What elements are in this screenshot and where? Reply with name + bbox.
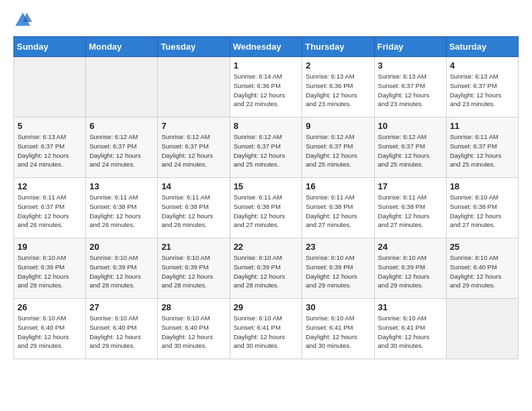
day-cell: 1Sunrise: 6:14 AM Sunset: 6:36 PM Daylig…: [230, 57, 302, 118]
day-info: Sunrise: 6:10 AM Sunset: 6:39 PM Dayligh…: [161, 253, 226, 290]
day-cell: [446, 299, 518, 359]
day-number: 31: [378, 302, 443, 312]
day-info: Sunrise: 6:10 AM Sunset: 6:38 PM Dayligh…: [450, 193, 515, 230]
logo: [13, 11, 34, 30]
week-row-1: 1Sunrise: 6:14 AM Sunset: 6:36 PM Daylig…: [14, 57, 519, 118]
day-number: 1: [234, 60, 299, 71]
weekday-header-row: SundayMondayTuesdayWednesdayThursdayFrid…: [14, 37, 519, 57]
week-row-3: 12Sunrise: 6:11 AM Sunset: 6:37 PM Dayli…: [14, 178, 519, 238]
day-number: 11: [450, 121, 515, 131]
day-info: Sunrise: 6:13 AM Sunset: 6:37 PM Dayligh…: [378, 72, 443, 109]
day-info: Sunrise: 6:12 AM Sunset: 6:37 PM Dayligh…: [161, 132, 226, 169]
week-row-2: 5Sunrise: 6:13 AM Sunset: 6:37 PM Daylig…: [14, 118, 519, 178]
day-info: Sunrise: 6:10 AM Sunset: 6:40 PM Dayligh…: [161, 314, 226, 351]
weekday-header-friday: Friday: [374, 37, 446, 57]
day-number: 30: [306, 302, 370, 312]
weekday-header-monday: Monday: [86, 37, 158, 57]
day-info: Sunrise: 6:11 AM Sunset: 6:37 PM Dayligh…: [450, 132, 515, 169]
day-number: 5: [17, 121, 82, 131]
day-number: 29: [234, 302, 299, 312]
day-info: Sunrise: 6:11 AM Sunset: 6:38 PM Dayligh…: [89, 193, 154, 230]
day-info: Sunrise: 6:10 AM Sunset: 6:39 PM Dayligh…: [17, 253, 82, 290]
day-cell: 18Sunrise: 6:10 AM Sunset: 6:38 PM Dayli…: [446, 178, 518, 238]
day-number: 6: [89, 121, 154, 131]
day-cell: 26Sunrise: 6:10 AM Sunset: 6:40 PM Dayli…: [14, 299, 86, 359]
weekday-header-saturday: Saturday: [446, 37, 518, 57]
day-number: 21: [161, 242, 226, 252]
day-cell: 22Sunrise: 6:10 AM Sunset: 6:39 PM Dayli…: [230, 238, 302, 299]
day-cell: 13Sunrise: 6:11 AM Sunset: 6:38 PM Dayli…: [86, 178, 158, 238]
day-number: 7: [161, 121, 226, 131]
logo-icon: [13, 11, 32, 30]
day-cell: 6Sunrise: 6:12 AM Sunset: 6:37 PM Daylig…: [86, 118, 158, 178]
calendar-table: SundayMondayTuesdayWednesdayThursdayFrid…: [13, 36, 519, 359]
day-info: Sunrise: 6:11 AM Sunset: 6:38 PM Dayligh…: [161, 193, 226, 230]
day-info: Sunrise: 6:10 AM Sunset: 6:41 PM Dayligh…: [234, 314, 299, 351]
day-cell: 24Sunrise: 6:10 AM Sunset: 6:39 PM Dayli…: [374, 238, 446, 299]
day-cell: [86, 57, 158, 118]
day-cell: 23Sunrise: 6:10 AM Sunset: 6:39 PM Dayli…: [302, 238, 374, 299]
day-number: 20: [89, 242, 154, 252]
day-info: Sunrise: 6:12 AM Sunset: 6:37 PM Dayligh…: [234, 132, 299, 169]
day-number: 22: [234, 242, 299, 252]
day-number: 14: [161, 181, 226, 191]
day-number: 10: [378, 121, 443, 131]
day-info: Sunrise: 6:10 AM Sunset: 6:40 PM Dayligh…: [89, 314, 154, 351]
day-cell: 5Sunrise: 6:13 AM Sunset: 6:37 PM Daylig…: [14, 118, 86, 178]
day-info: Sunrise: 6:12 AM Sunset: 6:37 PM Dayligh…: [89, 132, 154, 169]
day-cell: 2Sunrise: 6:13 AM Sunset: 6:36 PM Daylig…: [302, 57, 374, 118]
day-info: Sunrise: 6:10 AM Sunset: 6:41 PM Dayligh…: [378, 314, 443, 351]
day-number: 27: [89, 302, 154, 312]
day-info: Sunrise: 6:11 AM Sunset: 6:38 PM Dayligh…: [234, 193, 299, 230]
day-info: Sunrise: 6:13 AM Sunset: 6:37 PM Dayligh…: [450, 72, 515, 109]
day-cell: 29Sunrise: 6:10 AM Sunset: 6:41 PM Dayli…: [230, 299, 302, 359]
day-info: Sunrise: 6:10 AM Sunset: 6:39 PM Dayligh…: [378, 253, 443, 290]
page: SundayMondayTuesdayWednesdayThursdayFrid…: [0, 0, 532, 370]
day-number: 23: [306, 242, 370, 252]
day-number: 9: [306, 121, 370, 131]
day-cell: 12Sunrise: 6:11 AM Sunset: 6:37 PM Dayli…: [14, 178, 86, 238]
day-cell: 30Sunrise: 6:10 AM Sunset: 6:41 PM Dayli…: [302, 299, 374, 359]
day-cell: 17Sunrise: 6:11 AM Sunset: 6:38 PM Dayli…: [374, 178, 446, 238]
day-cell: 19Sunrise: 6:10 AM Sunset: 6:39 PM Dayli…: [14, 238, 86, 299]
day-number: 18: [450, 181, 515, 191]
weekday-header-wednesday: Wednesday: [230, 37, 302, 57]
day-cell: [158, 57, 230, 118]
week-row-5: 26Sunrise: 6:10 AM Sunset: 6:40 PM Dayli…: [14, 299, 519, 359]
day-info: Sunrise: 6:10 AM Sunset: 6:39 PM Dayligh…: [234, 253, 299, 290]
day-info: Sunrise: 6:10 AM Sunset: 6:39 PM Dayligh…: [89, 253, 154, 290]
day-number: 8: [234, 121, 299, 131]
day-cell: 3Sunrise: 6:13 AM Sunset: 6:37 PM Daylig…: [374, 57, 446, 118]
day-number: 28: [161, 302, 226, 312]
day-cell: 8Sunrise: 6:12 AM Sunset: 6:37 PM Daylig…: [230, 118, 302, 178]
day-cell: 10Sunrise: 6:12 AM Sunset: 6:37 PM Dayli…: [374, 118, 446, 178]
weekday-header-sunday: Sunday: [14, 37, 86, 57]
day-cell: 7Sunrise: 6:12 AM Sunset: 6:37 PM Daylig…: [158, 118, 230, 178]
day-cell: 31Sunrise: 6:10 AM Sunset: 6:41 PM Dayli…: [374, 299, 446, 359]
day-info: Sunrise: 6:12 AM Sunset: 6:37 PM Dayligh…: [378, 132, 443, 169]
day-number: 12: [17, 181, 82, 191]
day-number: 3: [378, 60, 443, 71]
day-info: Sunrise: 6:13 AM Sunset: 6:37 PM Dayligh…: [17, 132, 82, 169]
day-cell: 9Sunrise: 6:12 AM Sunset: 6:37 PM Daylig…: [302, 118, 374, 178]
day-cell: 28Sunrise: 6:10 AM Sunset: 6:40 PM Dayli…: [158, 299, 230, 359]
day-number: 26: [17, 302, 82, 312]
day-cell: 15Sunrise: 6:11 AM Sunset: 6:38 PM Dayli…: [230, 178, 302, 238]
day-info: Sunrise: 6:13 AM Sunset: 6:36 PM Dayligh…: [306, 72, 370, 109]
day-number: 4: [450, 60, 515, 71]
weekday-header-tuesday: Tuesday: [158, 37, 230, 57]
day-cell: [14, 57, 86, 118]
day-info: Sunrise: 6:11 AM Sunset: 6:38 PM Dayligh…: [306, 193, 370, 230]
header: [13, 11, 519, 30]
day-number: 24: [378, 242, 443, 252]
day-info: Sunrise: 6:10 AM Sunset: 6:40 PM Dayligh…: [450, 253, 515, 290]
day-info: Sunrise: 6:11 AM Sunset: 6:38 PM Dayligh…: [378, 193, 443, 230]
day-cell: 11Sunrise: 6:11 AM Sunset: 6:37 PM Dayli…: [446, 118, 518, 178]
day-info: Sunrise: 6:10 AM Sunset: 6:41 PM Dayligh…: [306, 314, 370, 351]
day-cell: 25Sunrise: 6:10 AM Sunset: 6:40 PM Dayli…: [446, 238, 518, 299]
day-info: Sunrise: 6:11 AM Sunset: 6:37 PM Dayligh…: [17, 193, 82, 230]
day-info: Sunrise: 6:14 AM Sunset: 6:36 PM Dayligh…: [234, 72, 299, 109]
day-cell: 4Sunrise: 6:13 AM Sunset: 6:37 PM Daylig…: [446, 57, 518, 118]
day-cell: 21Sunrise: 6:10 AM Sunset: 6:39 PM Dayli…: [158, 238, 230, 299]
day-cell: 20Sunrise: 6:10 AM Sunset: 6:39 PM Dayli…: [86, 238, 158, 299]
